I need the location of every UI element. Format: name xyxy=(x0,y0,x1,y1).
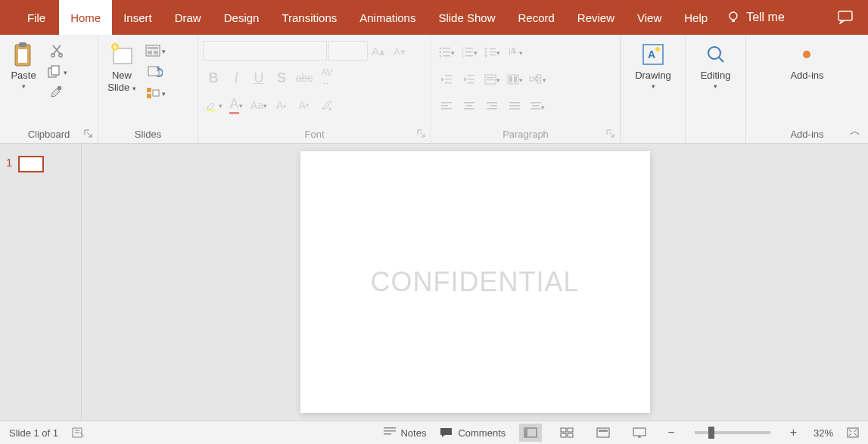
group-clipboard: Paste ▾ ▾ Clipboard xyxy=(0,35,98,143)
group-label-font: Font xyxy=(203,126,426,143)
bullets-button[interactable]: ▾ xyxy=(436,42,457,63)
zoom-slider[interactable] xyxy=(695,431,770,434)
change-case-button[interactable]: Aa▾ xyxy=(248,95,269,116)
chevron-down-icon: ▾ xyxy=(652,82,655,90)
decrease-font-icon[interactable]: A▾ xyxy=(389,41,410,62)
tab-record[interactable]: Record xyxy=(506,0,565,35)
justify-button[interactable] xyxy=(504,96,525,117)
editing-button[interactable]: Editing ▾ xyxy=(696,38,736,93)
normal-view-button[interactable] xyxy=(519,424,542,442)
accessibility-icon[interactable] xyxy=(72,427,86,439)
underline-button[interactable]: U xyxy=(248,67,269,88)
strikethrough-button[interactable]: abc xyxy=(294,67,315,88)
tab-draw[interactable]: Draw xyxy=(163,0,213,35)
group-label-addins: Add-ins xyxy=(751,126,863,143)
svg-rect-78 xyxy=(561,428,566,432)
svg-rect-54 xyxy=(441,108,452,110)
font-launcher-icon[interactable] xyxy=(417,129,428,140)
svg-rect-51 xyxy=(537,80,541,83)
font-family-select[interactable] xyxy=(203,41,327,61)
editing-label: Editing xyxy=(701,70,731,82)
collapse-ribbon-icon[interactable]: ︿ xyxy=(850,125,860,138)
increase-font-icon[interactable]: A▴ xyxy=(368,41,389,62)
font-size-select[interactable] xyxy=(328,41,368,61)
svg-rect-10 xyxy=(114,48,132,64)
highlight-button[interactable]: ▾ xyxy=(203,95,224,116)
italic-button[interactable]: I xyxy=(226,67,247,88)
drawing-button[interactable]: A Drawing ▾ xyxy=(630,38,676,93)
tab-view[interactable]: View xyxy=(626,0,673,35)
svg-rect-38 xyxy=(445,79,452,79)
tab-home[interactable]: Home xyxy=(59,0,112,35)
align-right-button[interactable] xyxy=(481,96,502,117)
columns-button[interactable]: ▾ xyxy=(504,69,525,90)
increase-indent-button[interactable] xyxy=(459,69,480,90)
tab-help[interactable]: Help xyxy=(673,0,719,35)
subscript-button[interactable]: A▾ xyxy=(294,95,315,116)
svg-rect-80 xyxy=(561,433,566,437)
zoom-out-button[interactable]: − xyxy=(664,426,677,439)
svg-rect-60 xyxy=(487,108,497,110)
zoom-in-button[interactable]: + xyxy=(787,426,800,439)
svg-rect-74 xyxy=(384,430,396,432)
tab-slideshow[interactable]: Slide Show xyxy=(427,0,506,35)
format-painter-button[interactable] xyxy=(45,83,68,103)
zoom-level[interactable]: 32% xyxy=(814,427,833,439)
copy-button[interactable]: ▾ xyxy=(45,62,68,82)
superscript-button[interactable]: A▴ xyxy=(271,95,292,116)
comments-pane-icon[interactable] xyxy=(838,11,854,24)
reading-view-button[interactable] xyxy=(592,424,614,442)
shadow-button[interactable]: S xyxy=(271,67,292,88)
tab-insert[interactable]: Insert xyxy=(112,0,163,35)
slide-sorter-button[interactable] xyxy=(555,424,578,442)
align-text-button[interactable]: ▾ xyxy=(481,69,502,90)
comments-button[interactable]: Comments xyxy=(440,427,506,439)
decrease-indent-button[interactable] xyxy=(436,69,457,90)
tab-review[interactable]: Review xyxy=(566,0,626,35)
numbering-button[interactable]: 123▾ xyxy=(459,42,480,63)
svg-rect-15 xyxy=(154,51,158,54)
clear-format-button[interactable] xyxy=(316,95,338,116)
align-center-button[interactable] xyxy=(459,96,480,117)
svg-rect-57 xyxy=(464,108,474,110)
svg-point-5 xyxy=(51,54,54,57)
svg-rect-61 xyxy=(509,102,520,104)
slide-thumbnail[interactable] xyxy=(18,156,44,172)
slide-canvas-area[interactable]: CONFIDENTIAL xyxy=(82,144,868,421)
group-label-paragraph: Paragraph xyxy=(436,126,615,143)
text-direction-button[interactable]: |A▾ xyxy=(504,42,525,63)
align-left-button[interactable] xyxy=(436,96,457,117)
slide-thumbnail-pane[interactable]: 1 xyxy=(0,144,82,421)
zoom-handle[interactable] xyxy=(708,427,714,439)
distribute-button[interactable]: ▾ xyxy=(527,96,548,117)
svg-rect-8 xyxy=(51,66,59,75)
tab-animations[interactable]: Animations xyxy=(348,0,427,35)
group-paragraph: ▾ 123▾ ▾ |A▾ ▾ ▾ ▾ ▾ Paragraph xyxy=(431,35,621,143)
tab-design[interactable]: Design xyxy=(213,0,271,35)
section-button[interactable]: ▾ xyxy=(144,83,166,103)
addins-button[interactable]: Add-ins xyxy=(786,38,828,85)
slide[interactable]: CONFIDENTIAL xyxy=(300,151,650,413)
paragraph-launcher-icon[interactable] xyxy=(606,129,617,140)
tab-transitions[interactable]: Transitions xyxy=(270,0,348,35)
font-color-button[interactable]: A▾ xyxy=(226,95,247,116)
clipboard-launcher-icon[interactable] xyxy=(84,129,95,140)
cut-button[interactable] xyxy=(45,41,68,61)
tab-file[interactable]: File xyxy=(14,0,59,35)
slide-count: Slide 1 of 1 xyxy=(9,427,58,439)
notes-button[interactable]: Notes xyxy=(384,427,426,439)
paste-button[interactable]: Paste ▾ xyxy=(5,38,42,93)
new-slide-button[interactable]: NewSlide ▾ xyxy=(103,38,141,98)
tell-me[interactable]: Tell me xyxy=(726,11,785,24)
bold-button[interactable]: B xyxy=(203,67,224,88)
smartart-button[interactable]: ▾ xyxy=(527,69,548,90)
line-spacing-button[interactable]: ▾ xyxy=(481,42,502,63)
svg-rect-13 xyxy=(148,47,158,49)
layout-button[interactable]: ▾ xyxy=(144,41,166,61)
reset-button[interactable] xyxy=(144,62,166,82)
char-spacing-button[interactable]: AV↔ xyxy=(316,67,338,88)
addins-icon xyxy=(793,41,820,68)
slideshow-view-button[interactable] xyxy=(628,424,651,442)
fit-to-window-button[interactable] xyxy=(847,427,859,438)
new-slide-label1: New xyxy=(112,70,132,81)
